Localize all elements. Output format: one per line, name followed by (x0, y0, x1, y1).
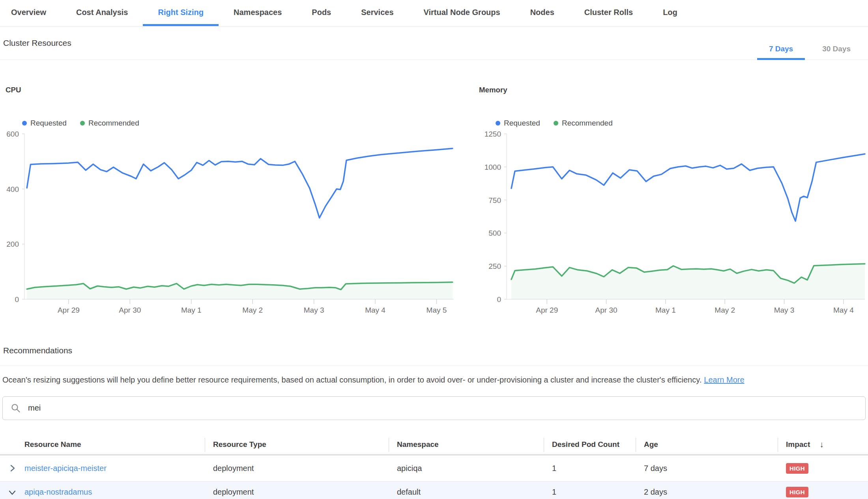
svg-text:May 1: May 1 (655, 306, 676, 314)
svg-text:Apr 30: Apr 30 (595, 306, 617, 314)
nav-tab-overview[interactable]: Overview (0, 0, 61, 26)
svg-text:1250: 1250 (485, 131, 501, 138)
recommended-dot-icon (80, 121, 85, 126)
svg-text:500: 500 (488, 229, 501, 237)
requested-dot-icon (22, 121, 27, 126)
resource-type-cell: deployment (205, 464, 389, 473)
svg-text:May 2: May 2 (242, 306, 263, 314)
nav-tab-pods[interactable]: Pods (297, 0, 346, 26)
svg-text:May 4: May 4 (833, 306, 854, 314)
learn-more-link[interactable]: Learn More (704, 375, 744, 384)
cluster-resources-title: Cluster Resources (3, 38, 71, 48)
nav-tab-nodes[interactable]: Nodes (515, 0, 569, 26)
resource-type-cell: deployment (205, 488, 389, 497)
nav-tab-namespaces[interactable]: Namespaces (219, 0, 297, 26)
table-row[interactable]: apiqa-nostradamus deployment default 1 2… (0, 482, 868, 499)
svg-text:May 2: May 2 (715, 306, 735, 314)
nav-tab-cost-analysis[interactable]: Cost Analysis (61, 0, 143, 26)
chevron-right-icon[interactable] (7, 463, 17, 473)
svg-text:1000: 1000 (485, 163, 501, 171)
svg-text:Apr 29: Apr 29 (536, 306, 558, 314)
legend-label: Recommended (562, 119, 613, 128)
search-input[interactable] (27, 403, 857, 413)
desired-pod-count-cell: 1 (544, 464, 636, 473)
resource-name-link[interactable]: apiqa-nostradamus (24, 488, 92, 497)
legend-item-requested: Requested (496, 119, 540, 128)
legend-item-recommended: Recommended (554, 119, 613, 128)
desired-pod-count-cell: 1 (544, 488, 636, 497)
cpu-line-chart: 0200400600Apr 29Apr 30May 1May 2May 3May… (6, 131, 457, 318)
svg-text:May 4: May 4 (365, 306, 385, 314)
svg-text:May 3: May 3 (774, 306, 795, 314)
cpu-legend: Requested Recommended (22, 119, 457, 128)
svg-text:750: 750 (488, 196, 501, 204)
svg-text:0: 0 (15, 295, 19, 304)
svg-text:May 5: May 5 (427, 306, 447, 314)
memory-panel: Memory Requested Recommended 02505007501… (479, 78, 868, 318)
nav-tab-log[interactable]: Log (648, 0, 692, 26)
namespace-cell: default (389, 488, 544, 497)
impact-badge: HIGH (786, 463, 808, 474)
svg-text:May 1: May 1 (181, 306, 202, 314)
memory-legend: Requested Recommended (496, 119, 868, 128)
svg-text:200: 200 (6, 240, 19, 248)
recommendations-title: Recommendations (3, 346, 865, 355)
recommendations-description: Ocean's resizing suggestions will help y… (2, 375, 866, 385)
svg-text:Apr 30: Apr 30 (119, 306, 141, 314)
recommendations-header: Recommendations (0, 318, 868, 366)
nav-tab-right-sizing[interactable]: Right Sizing (143, 0, 219, 26)
svg-text:250: 250 (488, 262, 501, 270)
memory-line-chart: 025050075010001250Apr 29Apr 30May 1May 2… (479, 131, 868, 318)
main-content: Cluster Resources 7 Days 30 Days CPU Req… (0, 26, 868, 499)
requested-dot-icon (496, 121, 500, 126)
cluster-resources-header: Cluster Resources 7 Days 30 Days (0, 26, 868, 60)
top-nav: Overview Cost Analysis Right Sizing Name… (0, 0, 868, 26)
header-age: Age (636, 435, 778, 454)
svg-text:0: 0 (497, 295, 501, 304)
legend-item-recommended: Recommended (80, 119, 139, 128)
header-resource-name: Resource Name (0, 435, 205, 454)
table-row[interactable]: meister-apiciqa-meister deployment apici… (0, 456, 868, 482)
legend-label: Requested (504, 119, 540, 128)
cpu-chart-title: CPU (6, 86, 457, 94)
search-icon (11, 403, 21, 413)
period-30-days[interactable]: 30 Days (810, 45, 862, 60)
legend-label: Recommended (88, 119, 139, 128)
table-header-row: Resource Name Resource Type Namespace De… (0, 435, 868, 454)
period-toggle: 7 Days 30 Days (757, 45, 862, 60)
header-resource-type: Resource Type (205, 435, 389, 454)
svg-text:400: 400 (6, 185, 19, 193)
recommended-dot-icon (554, 121, 558, 126)
description-text: Ocean's resizing suggestions will help y… (2, 375, 702, 384)
legend-label: Requested (30, 119, 67, 128)
cpu-panel: CPU Requested Recommended 0200400600Apr … (6, 78, 457, 318)
age-cell: 2 days (636, 488, 778, 497)
namespace-cell: apiciqa (389, 464, 544, 473)
resource-name-link[interactable]: meister-apiciqa-meister (24, 464, 107, 473)
period-7-days[interactable]: 7 Days (757, 45, 805, 60)
chevron-down-icon[interactable] (7, 487, 17, 497)
nav-tab-cluster-rolls[interactable]: Cluster Rolls (569, 0, 648, 26)
recommendations-table: Resource Name Resource Type Namespace De… (0, 435, 868, 499)
sort-descending-icon[interactable]: ↓ (819, 440, 824, 449)
header-namespace: Namespace (389, 435, 544, 454)
memory-chart-title: Memory (479, 86, 868, 94)
header-desired-pod-count: Desired Pod Count (544, 435, 636, 454)
age-cell: 7 days (636, 464, 778, 473)
header-impact-label: Impact (786, 440, 810, 449)
svg-text:600: 600 (6, 131, 19, 138)
svg-text:May 3: May 3 (304, 306, 324, 314)
header-impact[interactable]: Impact ↓ (778, 435, 868, 454)
impact-badge: HIGH (786, 487, 808, 497)
nav-tab-virtual-node-groups[interactable]: Virtual Node Groups (409, 0, 515, 26)
legend-item-requested: Requested (22, 119, 67, 128)
nav-tab-services[interactable]: Services (346, 0, 408, 26)
svg-text:Apr 29: Apr 29 (58, 306, 80, 314)
search-box[interactable] (2, 396, 866, 420)
charts-section: CPU Requested Recommended 0200400600Apr … (0, 78, 868, 318)
